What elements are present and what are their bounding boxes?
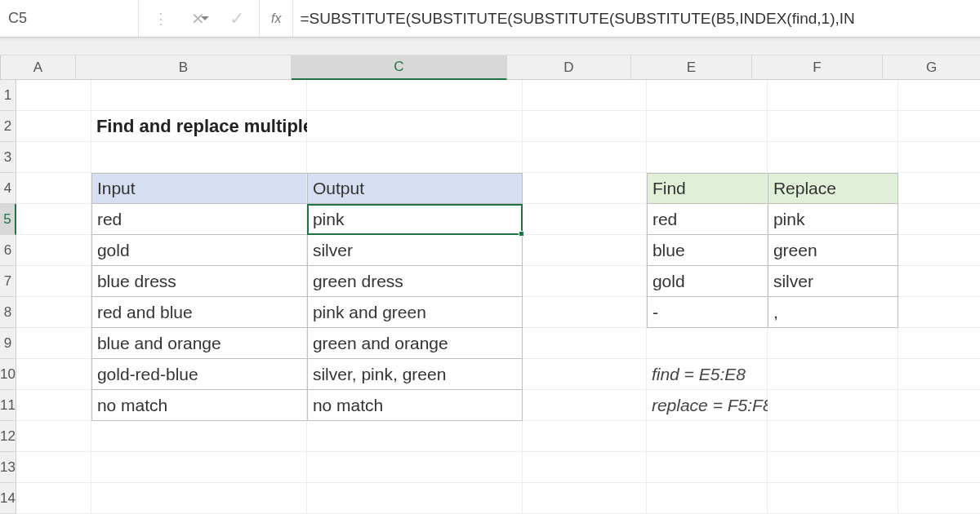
row-header-4[interactable]: 4 xyxy=(0,173,16,204)
cell-C2[interactable] xyxy=(307,111,523,142)
col-header-C[interactable]: C xyxy=(292,55,507,80)
cell-G10[interactable] xyxy=(898,359,980,390)
cell-C10[interactable]: silver, pink, green xyxy=(307,359,523,390)
cell-G5[interactable] xyxy=(898,204,980,235)
cell-B1[interactable] xyxy=(91,80,307,111)
cell-C3[interactable] xyxy=(307,142,523,173)
row-header-5[interactable]: 5 xyxy=(0,204,16,235)
cell-C4[interactable]: Output xyxy=(307,173,523,204)
cell-G14[interactable] xyxy=(898,483,980,514)
row-header-1[interactable]: 1 xyxy=(0,80,16,111)
cell-A12[interactable] xyxy=(16,421,91,452)
cell-C9[interactable]: green and orange xyxy=(307,328,523,359)
cell-D13[interactable] xyxy=(523,452,647,483)
cell-A1[interactable] xyxy=(16,80,91,111)
cell-G4[interactable] xyxy=(898,173,980,204)
cell-F6[interactable]: green xyxy=(768,235,898,266)
cell-D6[interactable] xyxy=(523,235,647,266)
chevron-down-icon[interactable] xyxy=(201,16,209,20)
cell-E1[interactable] xyxy=(647,80,768,111)
cell-D3[interactable] xyxy=(523,142,647,173)
col-header-D[interactable]: D xyxy=(507,55,631,80)
cell-G8[interactable] xyxy=(898,297,980,328)
cell-A7[interactable] xyxy=(16,266,91,297)
cell-E11[interactable]: replace = F5:F8 xyxy=(647,390,768,421)
cell-A10[interactable] xyxy=(16,359,91,390)
cell-D11[interactable] xyxy=(523,390,647,421)
cell-A14[interactable] xyxy=(16,483,91,514)
cell-G13[interactable] xyxy=(898,452,980,483)
col-header-A[interactable]: A xyxy=(1,55,76,80)
cell-A9[interactable] xyxy=(16,328,91,359)
cell-G3[interactable] xyxy=(898,142,980,173)
cell-B13[interactable] xyxy=(91,452,307,483)
cell-F2[interactable] xyxy=(768,111,898,142)
cell-C5[interactable]: pink xyxy=(307,204,523,235)
cell-F12[interactable] xyxy=(768,421,898,452)
col-header-B[interactable]: B xyxy=(76,55,292,80)
cell-B6[interactable]: gold xyxy=(91,235,307,266)
cell-B7[interactable]: blue dress xyxy=(91,266,307,297)
cell-A8[interactable] xyxy=(16,297,91,328)
cell-C11[interactable]: no match xyxy=(307,390,523,421)
cell-G7[interactable] xyxy=(898,266,980,297)
name-box[interactable] xyxy=(8,10,198,27)
fx-icon[interactable]: fx xyxy=(260,0,293,37)
cell-F4[interactable]: Replace xyxy=(768,173,898,204)
row-header-10[interactable]: 10 xyxy=(0,359,16,390)
cell-F9[interactable] xyxy=(768,328,898,359)
col-header-F[interactable]: F xyxy=(752,55,883,80)
cell-G2[interactable] xyxy=(898,111,980,142)
col-header-E[interactable]: E xyxy=(631,55,752,80)
cell-B10[interactable]: gold-red-blue xyxy=(91,359,307,390)
row-header-11[interactable]: 11 xyxy=(0,390,16,421)
enter-icon[interactable]: ✓ xyxy=(229,8,244,29)
cell-G12[interactable] xyxy=(898,421,980,452)
cell-D10[interactable] xyxy=(523,359,647,390)
cell-F10[interactable] xyxy=(768,359,898,390)
cell-F8[interactable]: , xyxy=(768,297,898,328)
cell-G11[interactable] xyxy=(898,390,980,421)
cell-E3[interactable] xyxy=(647,142,768,173)
cell-D2[interactable] xyxy=(523,111,647,142)
cell-C7[interactable]: green dress xyxy=(307,266,523,297)
cell-G1[interactable] xyxy=(898,80,980,111)
cell-D9[interactable] xyxy=(523,328,647,359)
cell-D14[interactable] xyxy=(523,483,647,514)
cell-D1[interactable] xyxy=(523,80,647,111)
row-header-13[interactable]: 13 xyxy=(0,452,16,483)
cell-B11[interactable]: no match xyxy=(91,390,307,421)
cell-B9[interactable]: blue and orange xyxy=(91,328,307,359)
select-all-corner[interactable] xyxy=(0,55,1,80)
cell-A2[interactable] xyxy=(16,111,91,142)
cell-E12[interactable] xyxy=(647,421,768,452)
cell-B4[interactable]: Input xyxy=(91,173,307,204)
cell-G9[interactable] xyxy=(898,328,980,359)
cell-E4[interactable]: Find xyxy=(647,173,768,204)
cell-C1[interactable] xyxy=(307,80,523,111)
row-header-12[interactable]: 12 xyxy=(0,421,16,452)
cell-B3[interactable] xyxy=(91,142,307,173)
row-header-7[interactable]: 7 xyxy=(0,266,16,297)
cell-A3[interactable] xyxy=(16,142,91,173)
cell-E14[interactable] xyxy=(647,483,768,514)
cell-F11[interactable] xyxy=(768,390,898,421)
cell-C12[interactable] xyxy=(307,421,523,452)
cell-D4[interactable] xyxy=(523,173,647,204)
cell-D7[interactable] xyxy=(523,266,647,297)
cell-D8[interactable] xyxy=(523,297,647,328)
cell-D5[interactable] xyxy=(523,204,647,235)
cell-C8[interactable]: pink and green xyxy=(307,297,523,328)
formula-input[interactable]: =SUBSTITUTE(SUBSTITUTE(SUBSTITUTE(SUBSTI… xyxy=(293,0,980,37)
cell-A4[interactable] xyxy=(16,173,91,204)
row-header-14[interactable]: 14 xyxy=(0,483,16,514)
col-header-G[interactable]: G xyxy=(883,55,980,80)
row-header-3[interactable]: 3 xyxy=(0,142,16,173)
cell-E7[interactable]: gold xyxy=(647,266,768,297)
cell-F5[interactable]: pink xyxy=(768,204,898,235)
cell-A5[interactable] xyxy=(16,204,91,235)
row-header-2[interactable]: 2 xyxy=(0,111,16,142)
cell-C13[interactable] xyxy=(307,452,523,483)
cell-A11[interactable] xyxy=(16,390,91,421)
cell-B12[interactable] xyxy=(91,421,307,452)
